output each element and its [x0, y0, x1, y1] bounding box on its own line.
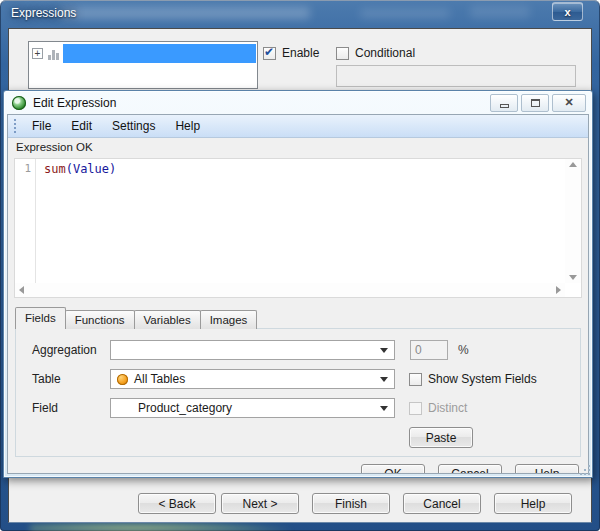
- percent-input: 0: [410, 340, 448, 360]
- conditional-label: Conditional: [355, 46, 415, 60]
- tab-images[interactable]: Images: [200, 310, 258, 329]
- aggregation-label: Aggregation: [32, 343, 110, 357]
- field-dropdown[interactable]: Product_category: [110, 398, 395, 418]
- conditional-expression-input: [336, 65, 576, 87]
- code-rest: (Value): [66, 162, 117, 176]
- edit-expression-dialog: Edit Expression ✕ File Edit Settings Hel…: [3, 90, 593, 478]
- expressions-titlebar[interactable]: Expressions x: [0, 0, 600, 28]
- chart-icon: [48, 48, 59, 60]
- ok-button[interactable]: OK: [361, 464, 425, 474]
- aggregation-dropdown[interactable]: [110, 340, 395, 360]
- table-label: Table: [32, 372, 110, 386]
- close-button[interactable]: ✕: [552, 94, 586, 112]
- enable-label: Enable: [282, 46, 319, 60]
- editor-line-number: 1: [15, 159, 36, 283]
- dialog-title: Edit Expression: [33, 96, 487, 110]
- edit-expression-titlebar[interactable]: Edit Expression ✕: [4, 91, 592, 114]
- chevron-down-icon: [380, 348, 388, 353]
- expression-list-selected-row[interactable]: [63, 44, 256, 63]
- table-dropdown[interactable]: All Tables: [110, 369, 395, 389]
- editor-vertical-scrollbar[interactable]: [565, 159, 581, 283]
- tab-fields[interactable]: Fields: [15, 307, 66, 329]
- dialog-button-row: OK Cancel Help: [8, 464, 579, 474]
- menu-grip-handle[interactable]: [14, 119, 16, 133]
- tab-variables[interactable]: Variables: [134, 310, 201, 329]
- help-button[interactable]: Help: [494, 493, 572, 514]
- menu-settings[interactable]: Settings: [102, 116, 165, 136]
- minimize-button[interactable]: [490, 94, 518, 112]
- scroll-left-icon[interactable]: [19, 286, 24, 294]
- window-title: Expressions: [11, 6, 76, 20]
- app-logo-icon: [12, 96, 26, 110]
- close-icon: x: [564, 6, 570, 18]
- wizard-button-row: < Back Next > Finish Cancel Help: [138, 493, 572, 514]
- scroll-up-icon[interactable]: [569, 162, 577, 167]
- menu-bar: File Edit Settings Help: [8, 115, 588, 138]
- menu-file[interactable]: File: [22, 116, 61, 136]
- restore-button[interactable]: [521, 94, 549, 112]
- restore-icon: [531, 99, 540, 107]
- close-button[interactable]: x: [552, 2, 583, 21]
- aggregation-row: Aggregation 0 %: [32, 340, 580, 360]
- tab-strip: Fields Functions Variables Images: [15, 307, 588, 329]
- expression-list[interactable]: +: [28, 41, 258, 89]
- percent-sign-label: %: [458, 343, 469, 357]
- enable-checkbox[interactable]: ✔ Enable: [263, 46, 319, 60]
- conditional-checkbox[interactable]: ✔ Conditional: [336, 46, 415, 60]
- fields-panel: Aggregation 0 % Table All Tables ✔ Show …: [15, 328, 581, 457]
- code-keyword: sum: [44, 162, 66, 176]
- expression-list-row[interactable]: +: [29, 42, 257, 63]
- paste-row: Paste: [32, 427, 580, 448]
- scroll-down-icon[interactable]: [569, 275, 577, 280]
- show-system-fields-checkbox[interactable]: ✔ Show System Fields: [409, 372, 537, 386]
- table-row: Table All Tables ✔ Show System Fields: [32, 369, 580, 389]
- aero-border-glow: [30, 522, 290, 531]
- expression-editor[interactable]: 1 sum(Value): [14, 158, 582, 298]
- checkbox-box: ✔: [409, 402, 422, 415]
- minimize-icon: [500, 104, 509, 108]
- chevron-down-icon: [380, 377, 388, 382]
- titlebar-glass-streak: [470, 6, 530, 18]
- help-button[interactable]: Help: [515, 464, 579, 474]
- checkbox-box[interactable]: ✔: [336, 47, 349, 60]
- distinct-label: Distinct: [428, 401, 467, 415]
- expression-status-label: Expression OK: [8, 138, 588, 156]
- table-value: All Tables: [134, 372, 185, 386]
- next-button[interactable]: Next >: [221, 493, 299, 514]
- titlebar-glass-streak: [60, 7, 310, 19]
- cancel-button[interactable]: Cancel: [403, 493, 481, 514]
- back-button[interactable]: < Back: [138, 493, 216, 514]
- paste-button[interactable]: Paste: [409, 427, 473, 448]
- field-label: Field: [32, 401, 110, 415]
- editor-horizontal-scrollbar[interactable]: [15, 283, 565, 297]
- resize-grip[interactable]: [580, 465, 590, 475]
- chevron-down-icon: [380, 406, 388, 411]
- cancel-button[interactable]: Cancel: [438, 464, 502, 474]
- editor-code-area[interactable]: sum(Value): [36, 159, 565, 283]
- distinct-checkbox: ✔ Distinct: [409, 401, 467, 415]
- edit-expression-client: File Edit Settings Help Expression OK 1 …: [7, 114, 589, 474]
- finish-button[interactable]: Finish: [312, 493, 390, 514]
- all-tables-icon: [117, 374, 128, 385]
- menu-edit[interactable]: Edit: [61, 116, 102, 136]
- tree-expander-icon[interactable]: +: [32, 48, 43, 59]
- titlebar-glass-streak: [360, 9, 450, 18]
- field-value: Product_category: [138, 401, 232, 415]
- menu-help[interactable]: Help: [165, 116, 210, 136]
- close-icon: ✕: [564, 97, 573, 108]
- checkbox-box[interactable]: ✔: [263, 47, 276, 60]
- field-row: Field Product_category ✔ Distinct: [32, 398, 580, 418]
- scroll-right-icon[interactable]: [556, 286, 561, 294]
- show-system-fields-label: Show System Fields: [428, 372, 537, 386]
- tab-functions[interactable]: Functions: [65, 310, 135, 329]
- checkbox-box[interactable]: ✔: [409, 373, 422, 386]
- checkmark-icon: ✔: [264, 45, 274, 59]
